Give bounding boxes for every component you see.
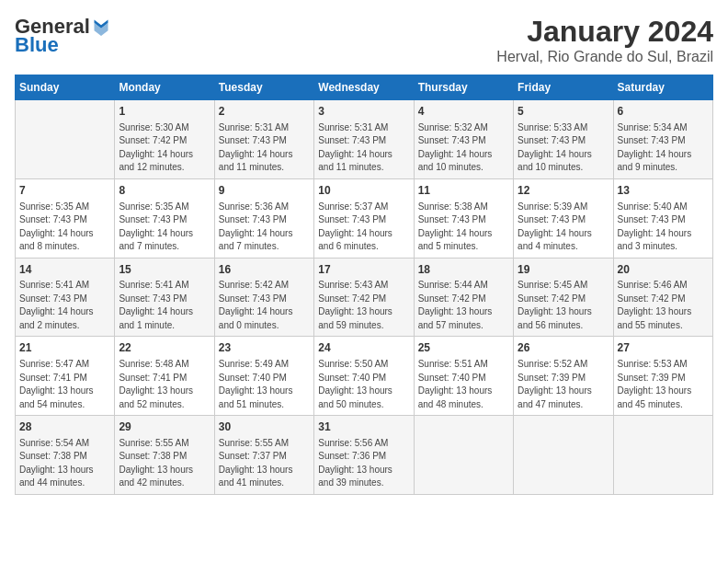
calendar-day-cell: 30Sunrise: 5:55 AMSunset: 7:37 PMDayligh… (214, 416, 313, 495)
day-number: 4 (418, 104, 509, 120)
day-number: 26 (518, 340, 609, 356)
day-info: Sunrise: 5:35 AMSunset: 7:43 PMDaylight:… (19, 201, 110, 254)
calendar-day-cell: 6Sunrise: 5:34 AMSunset: 7:43 PMDaylight… (613, 100, 712, 179)
calendar-title: January 2024 (496, 15, 713, 49)
day-info: Sunrise: 5:55 AMSunset: 7:38 PMDaylight:… (119, 437, 210, 490)
day-info: Sunrise: 5:30 AMSunset: 7:42 PMDaylight:… (119, 121, 210, 175)
logo-bird-icon (92, 17, 110, 36)
day-number: 13 (618, 183, 709, 199)
calendar-day-cell: 31Sunrise: 5:56 AMSunset: 7:36 PMDayligh… (314, 416, 414, 495)
day-number: 24 (318, 340, 409, 356)
day-number: 11 (418, 183, 509, 199)
calendar-day-cell: 26Sunrise: 5:52 AMSunset: 7:39 PMDayligh… (514, 337, 613, 416)
calendar-day-cell (414, 416, 513, 495)
calendar-week-row: 28Sunrise: 5:54 AMSunset: 7:38 PMDayligh… (16, 416, 713, 495)
calendar-day-cell: 1Sunrise: 5:30 AMSunset: 7:42 PMDaylight… (115, 100, 214, 179)
logo: General Blue (15, 15, 110, 57)
weekday-header: Friday (514, 75, 613, 100)
calendar-day-cell: 21Sunrise: 5:47 AMSunset: 7:41 PMDayligh… (16, 337, 115, 416)
weekday-header: Wednesday (314, 75, 414, 100)
day-info: Sunrise: 5:40 AMSunset: 7:43 PMDaylight:… (618, 201, 709, 254)
calendar-day-cell: 27Sunrise: 5:53 AMSunset: 7:39 PMDayligh… (613, 337, 712, 416)
day-info: Sunrise: 5:44 AMSunset: 7:42 PMDaylight:… (418, 279, 509, 332)
day-info: Sunrise: 5:34 AMSunset: 7:43 PMDaylight:… (618, 121, 709, 175)
calendar-day-cell (613, 416, 712, 495)
calendar-week-row: 7Sunrise: 5:35 AMSunset: 7:43 PMDaylight… (16, 178, 713, 258)
day-info: Sunrise: 5:46 AMSunset: 7:42 PMDaylight:… (618, 279, 709, 332)
day-number: 2 (219, 104, 310, 120)
day-number: 22 (119, 340, 210, 356)
calendar-day-cell: 16Sunrise: 5:42 AMSunset: 7:43 PMDayligh… (214, 258, 313, 337)
day-info: Sunrise: 5:52 AMSunset: 7:39 PMDaylight:… (518, 358, 609, 411)
day-number: 31 (318, 419, 409, 435)
day-info: Sunrise: 5:47 AMSunset: 7:41 PMDaylight:… (19, 358, 110, 411)
day-info: Sunrise: 5:43 AMSunset: 7:42 PMDaylight:… (318, 279, 409, 332)
day-number: 29 (119, 419, 210, 435)
day-info: Sunrise: 5:53 AMSunset: 7:39 PMDaylight:… (618, 358, 709, 411)
day-info: Sunrise: 5:54 AMSunset: 7:38 PMDaylight:… (19, 437, 110, 490)
weekday-header: Sunday (16, 75, 115, 100)
day-number: 19 (518, 262, 609, 278)
calendar-table: SundayMondayTuesdayWednesdayThursdayFrid… (15, 75, 713, 495)
day-number: 7 (19, 183, 110, 199)
calendar-day-cell: 3Sunrise: 5:31 AMSunset: 7:43 PMDaylight… (314, 100, 414, 179)
calendar-day-cell: 29Sunrise: 5:55 AMSunset: 7:38 PMDayligh… (115, 416, 214, 495)
day-info: Sunrise: 5:35 AMSunset: 7:43 PMDaylight:… (119, 201, 210, 254)
day-number: 23 (219, 340, 310, 356)
weekday-header: Tuesday (214, 75, 313, 100)
day-info: Sunrise: 5:39 AMSunset: 7:43 PMDaylight:… (518, 201, 609, 254)
day-info: Sunrise: 5:56 AMSunset: 7:36 PMDaylight:… (318, 437, 409, 490)
page-header: General Blue January 2024 Herval, Rio Gr… (15, 15, 713, 65)
day-number: 12 (518, 183, 609, 199)
calendar-day-cell: 9Sunrise: 5:36 AMSunset: 7:43 PMDaylight… (214, 178, 313, 258)
day-number: 28 (19, 419, 110, 435)
day-number: 5 (518, 104, 609, 120)
calendar-day-cell: 13Sunrise: 5:40 AMSunset: 7:43 PMDayligh… (613, 178, 712, 258)
day-number: 6 (618, 104, 709, 120)
calendar-day-cell: 28Sunrise: 5:54 AMSunset: 7:38 PMDayligh… (16, 416, 115, 495)
day-number: 15 (119, 262, 210, 278)
day-number: 9 (219, 183, 310, 199)
day-info: Sunrise: 5:49 AMSunset: 7:40 PMDaylight:… (219, 358, 310, 411)
day-info: Sunrise: 5:45 AMSunset: 7:42 PMDaylight:… (518, 279, 609, 332)
day-info: Sunrise: 5:38 AMSunset: 7:43 PMDaylight:… (418, 201, 509, 254)
day-info: Sunrise: 5:31 AMSunset: 7:43 PMDaylight:… (219, 121, 310, 175)
calendar-day-cell: 12Sunrise: 5:39 AMSunset: 7:43 PMDayligh… (514, 178, 613, 258)
calendar-day-cell: 17Sunrise: 5:43 AMSunset: 7:42 PMDayligh… (314, 258, 414, 337)
day-info: Sunrise: 5:48 AMSunset: 7:41 PMDaylight:… (119, 358, 210, 411)
day-info: Sunrise: 5:33 AMSunset: 7:43 PMDaylight:… (518, 121, 609, 175)
day-number: 25 (418, 340, 509, 356)
calendar-body: 1Sunrise: 5:30 AMSunset: 7:42 PMDaylight… (16, 100, 713, 495)
calendar-day-cell: 14Sunrise: 5:41 AMSunset: 7:43 PMDayligh… (16, 258, 115, 337)
day-number: 20 (618, 262, 709, 278)
weekday-header: Thursday (414, 75, 513, 100)
calendar-day-cell: 18Sunrise: 5:44 AMSunset: 7:42 PMDayligh… (414, 258, 513, 337)
calendar-day-cell: 19Sunrise: 5:45 AMSunset: 7:42 PMDayligh… (514, 258, 613, 337)
calendar-day-cell: 15Sunrise: 5:41 AMSunset: 7:43 PMDayligh… (115, 258, 214, 337)
day-number: 21 (19, 340, 110, 356)
calendar-week-row: 1Sunrise: 5:30 AMSunset: 7:42 PMDaylight… (16, 100, 713, 179)
day-info: Sunrise: 5:32 AMSunset: 7:43 PMDaylight:… (418, 121, 509, 175)
day-number: 8 (119, 183, 210, 199)
calendar-subtitle: Herval, Rio Grande do Sul, Brazil (496, 49, 713, 65)
calendar-day-cell: 2Sunrise: 5:31 AMSunset: 7:43 PMDaylight… (214, 100, 313, 179)
weekday-header: Saturday (613, 75, 712, 100)
calendar-day-cell: 10Sunrise: 5:37 AMSunset: 7:43 PMDayligh… (314, 178, 414, 258)
calendar-day-cell: 20Sunrise: 5:46 AMSunset: 7:42 PMDayligh… (613, 258, 712, 337)
day-number: 10 (318, 183, 409, 199)
day-number: 17 (318, 262, 409, 278)
day-info: Sunrise: 5:31 AMSunset: 7:43 PMDaylight:… (318, 121, 409, 175)
day-info: Sunrise: 5:55 AMSunset: 7:37 PMDaylight:… (219, 437, 310, 490)
calendar-day-cell (514, 416, 613, 495)
day-number: 27 (618, 340, 709, 356)
day-info: Sunrise: 5:36 AMSunset: 7:43 PMDaylight:… (219, 201, 310, 254)
calendar-week-row: 14Sunrise: 5:41 AMSunset: 7:43 PMDayligh… (16, 258, 713, 337)
calendar-week-row: 21Sunrise: 5:47 AMSunset: 7:41 PMDayligh… (16, 337, 713, 416)
calendar-day-cell: 8Sunrise: 5:35 AMSunset: 7:43 PMDaylight… (115, 178, 214, 258)
calendar-day-cell: 11Sunrise: 5:38 AMSunset: 7:43 PMDayligh… (414, 178, 513, 258)
day-number: 1 (119, 104, 210, 120)
calendar-day-cell: 25Sunrise: 5:51 AMSunset: 7:40 PMDayligh… (414, 337, 513, 416)
day-number: 14 (19, 262, 110, 278)
weekday-row: SundayMondayTuesdayWednesdayThursdayFrid… (16, 75, 713, 100)
day-info: Sunrise: 5:41 AMSunset: 7:43 PMDaylight:… (119, 279, 210, 332)
